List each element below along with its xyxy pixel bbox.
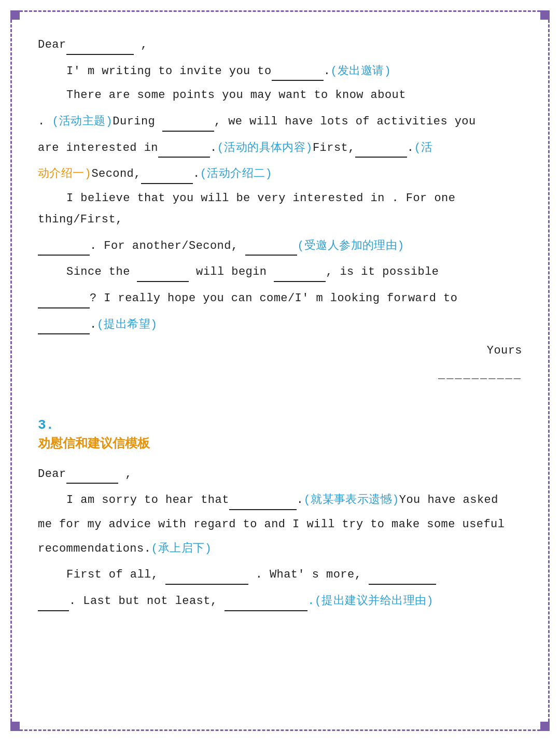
blank-advice4 <box>225 589 307 611</box>
blank-since1 <box>137 260 189 282</box>
greeting-line: Dear , <box>38 33 522 56</box>
hope-label: (提出希望) <box>97 318 158 331</box>
line-second: 动介绍一)Second, .(活动介绍二) <box>38 162 522 185</box>
lastbutnot-text: . Last but not least, <box>69 595 225 608</box>
yours-line: Yours <box>38 341 522 362</box>
section-2-letter: Dear , I' m writing to invite you to .(发… <box>38 33 522 386</box>
activity-note-partial: (活 <box>414 142 432 154</box>
dear-label-2: Dear <box>38 468 66 481</box>
transition-label: (承上启下) <box>151 542 212 555</box>
section-3: 3. 劝慰信和建议信模板 Dear , I am sorry to hear t… <box>38 417 522 612</box>
blank-advice3 <box>38 589 69 611</box>
corner-bl <box>10 722 20 731</box>
blank-name <box>66 33 134 55</box>
second-text: Second, <box>91 167 141 180</box>
points-text: There are some points you may want to kn… <box>66 89 406 102</box>
blank-during <box>162 109 214 132</box>
line-hope2: .(提出希望) <box>38 313 522 336</box>
blank-since2 <box>274 260 326 282</box>
blank-advice2 <box>369 563 436 585</box>
section-number: 3. <box>38 417 522 433</box>
yours-text: Yours <box>487 344 522 357</box>
line-invite: I' m writing to invite you to .(发出邀请) <box>38 59 522 82</box>
during-cont: , we will have lots of activities you <box>214 115 476 128</box>
firstofall-text: First of all, <box>66 568 165 581</box>
first-text: First, <box>313 142 355 154</box>
activity-intro2: (活动介绍二) <box>200 167 272 180</box>
blank-activities <box>158 136 210 158</box>
blank-hope1 <box>38 286 90 308</box>
advice-line3: recommendations.(承上启下) <box>38 539 522 560</box>
for-another-text: . For another/Second, <box>90 240 245 252</box>
line-points: There are some points you may want to kn… <box>38 85 522 106</box>
blank-advice1 <box>165 563 248 585</box>
during-text: During <box>113 115 162 128</box>
dear-label: Dear <box>38 38 66 51</box>
blank-invite <box>272 59 324 81</box>
interested-text: are interested in <box>38 142 158 154</box>
blank-first <box>355 136 407 158</box>
line-theme: . (活动主题)During , we will have lots of ac… <box>38 109 522 133</box>
line-activities: are interested in .(活动的具体内容)First, .(活 <box>38 136 522 159</box>
advice-label: .(提出建议并给出理由) <box>307 595 433 608</box>
line-believe: I believe that you will be very interest… <box>38 188 522 230</box>
possible-text: , is it possible <box>326 265 439 278</box>
divider <box>38 402 522 417</box>
corner-tr <box>540 10 550 20</box>
invite-note: .(发出邀请) <box>324 65 391 78</box>
blank-hope2 <box>38 313 90 335</box>
blank-name-2 <box>66 462 118 484</box>
letter-body-invitation: Dear , I' m writing to invite you to .(发… <box>38 33 522 386</box>
will-begin-text: will begin <box>189 265 274 278</box>
signature-line: __________ <box>38 365 522 386</box>
section-title: 劝慰信和建议信模板 <box>38 435 522 452</box>
advice-greeting: Dear , <box>38 462 522 485</box>
invite-text: I' m writing to invite you to <box>66 65 272 78</box>
since-text: Since the <box>66 265 137 278</box>
sorry-text: I am sorry to hear that <box>66 494 229 507</box>
recommendations-text: recommendations. <box>38 542 151 555</box>
advice-line1: I am sorry to hear that .(就某事表示遗憾)You ha… <box>38 488 522 511</box>
corner-br <box>540 722 550 731</box>
advice-line5: . Last but not least, .(提出建议并给出理由) <box>38 589 522 612</box>
reason-label: (受邀人参加的理由) <box>297 240 404 252</box>
activity-content-label: (活动的具体内容) <box>217 142 313 154</box>
blank-event <box>229 488 297 510</box>
theme-label: (活动主题) <box>52 115 113 128</box>
line-hope: ? I really hope you can come/I' m lookin… <box>38 286 522 310</box>
whatsmore-text: . What' s more, <box>248 568 369 581</box>
activity-intro1: 动介绍一) <box>38 167 91 180</box>
advice-line4: First of all, . What' s more, <box>38 563 522 586</box>
corner-tl <box>10 10 20 20</box>
advice-text: me for my advice with regard to and I wi… <box>38 518 505 531</box>
blank-reason2 <box>245 234 297 256</box>
letter-body-advice: Dear , I am sorry to hear that .(就某事表示遗憾… <box>38 462 522 612</box>
hope-text: ? I really hope you can come/I' m lookin… <box>90 292 457 305</box>
advice-line2: me for my advice with regard to and I wi… <box>38 514 522 536</box>
line-reason: . For another/Second, (受邀人参加的理由) <box>38 234 522 257</box>
blank-reason1 <box>38 234 90 256</box>
line-since: Since the will begin , is it possible <box>38 260 522 283</box>
believe-text: I believe that you will be very interest… <box>38 192 455 226</box>
blank-second <box>141 162 193 184</box>
page-container: Dear , I' m writing to invite you to .(发… <box>10 10 550 731</box>
sorry-note: .(就某事表示遗憾)You have asked <box>297 494 498 507</box>
